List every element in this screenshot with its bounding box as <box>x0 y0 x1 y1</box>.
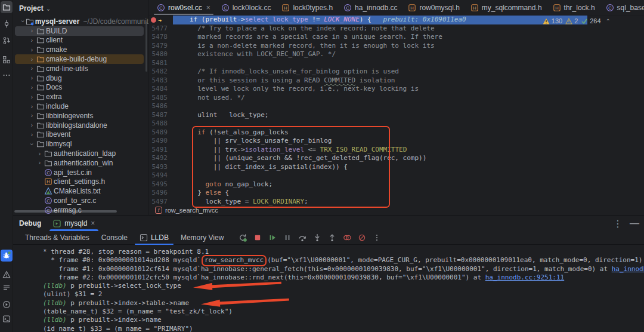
gutter[interactable]: 5478 <box>149 33 173 42</box>
gutter[interactable]: 5491 <box>149 146 173 155</box>
chevron-right-icon[interactable]: › <box>28 103 36 110</box>
more-vertical-icon[interactable] <box>372 233 382 242</box>
breadcrumb-function[interactable]: row_search_mvcc <box>165 207 218 214</box>
chevron-right-icon[interactable]: › <box>28 56 36 63</box>
tree-item-client_settings.h[interactable]: Hclient_settings.h <box>13 177 148 187</box>
gutter[interactable]: 5483 <box>149 76 173 85</box>
debug-tab-memory-view[interactable]: Memory View <box>175 231 230 244</box>
tab-row0sel.cc[interactable]: Crow0sel.cc× <box>151 0 216 15</box>
gutter[interactable]: 5488 <box>149 119 173 128</box>
debug-tab-lldb[interactable]: LLDB <box>134 231 175 244</box>
tree-item-authentication_ldap[interactable]: ›authentication_ldap <box>13 149 148 158</box>
chevron-right-icon[interactable]: › <box>28 84 36 91</box>
tab-row0mysql.h[interactable]: Hrow0mysql.h <box>402 0 465 15</box>
git-branch-icon[interactable] <box>1 35 13 47</box>
project-panel-header[interactable]: Project ⌄ <box>13 0 148 17</box>
tree-item-build[interactable]: ›BUILD <box>13 26 148 36</box>
tree-item-client[interactable]: ›client <box>13 36 148 45</box>
pause-icon[interactable] <box>283 233 292 242</box>
more-vertical-icon[interactable]: ⋮ <box>613 218 623 229</box>
tree-item-libbinlogevents[interactable]: ›libbinlogevents <box>13 111 148 121</box>
tree-item-extra[interactable]: ›extra <box>13 92 148 102</box>
gutter[interactable]: 5493 <box>149 163 173 172</box>
tab-overflow-chevron-down-icon[interactable]: ⌄ <box>634 0 639 16</box>
resume-icon[interactable] <box>268 233 277 242</box>
gutter[interactable]: 5480 <box>149 50 173 59</box>
tree-item-libmysql[interactable]: ›libmysql <box>13 139 148 149</box>
chevron-right-icon[interactable]: › <box>28 112 36 119</box>
todo-icon[interactable] <box>1 281 13 293</box>
gutter[interactable]: 5485 <box>149 94 173 103</box>
gutter[interactable]: 5477 <box>149 24 173 33</box>
chevron-right-icon[interactable]: › <box>28 131 36 138</box>
tree-item-libevent[interactable]: ›libevent <box>13 130 148 140</box>
inspections-widget[interactable]: 130 2 264 ⌃ <box>543 17 611 24</box>
tree-item-include[interactable]: ›include <box>13 102 148 111</box>
gutter[interactable]: 5496 <box>149 189 173 198</box>
chevron-right-icon[interactable]: › <box>28 47 36 53</box>
project-folder-icon[interactable] <box>1 1 13 13</box>
commit-icon[interactable] <box>1 18 13 30</box>
close-icon[interactable]: × <box>91 219 95 228</box>
tree-item-dbug[interactable]: ›dbug <box>13 73 148 83</box>
gutter[interactable]: 5490 <box>149 137 173 146</box>
gutter[interactable]: 5497 <box>149 198 173 207</box>
tree-item-conf_to_src.c[interactable]: Cconf_to_src.c <box>13 196 148 205</box>
tree-item-authentication_win[interactable]: ›authentication_win <box>13 158 148 168</box>
chevron-right-icon[interactable]: › <box>28 122 36 128</box>
gutter[interactable]: 5481 <box>149 59 173 68</box>
project-vertical-scrollbar[interactable] <box>145 21 147 72</box>
gutter[interactable]: ➜ <box>149 16 173 24</box>
gutter[interactable]: 5495 <box>149 180 173 189</box>
mute-breakpoints-icon[interactable] <box>357 233 367 242</box>
chevron-right-icon[interactable]: › <box>28 75 36 81</box>
tab-lock0types.h[interactable]: Hlock0types.h <box>276 0 338 15</box>
gutter[interactable]: 5494 <box>149 171 173 180</box>
close-icon[interactable]: × <box>206 4 210 12</box>
gutter[interactable]: 5486 <box>149 102 173 111</box>
run-icon[interactable] <box>1 299 13 311</box>
chevron-down-icon[interactable]: › <box>29 140 35 148</box>
tab-my_sqlcommand.h[interactable]: Hmy_sqlcommand.h <box>465 0 547 15</box>
step-out-icon[interactable] <box>327 233 337 242</box>
debug-tab-console[interactable]: Console <box>95 231 134 244</box>
debugger-icon[interactable] <box>1 250 13 262</box>
gutter[interactable]: 5484 <box>149 85 173 94</box>
tree-item-cmd-line-utils[interactable]: ›cmd-line-utils <box>13 64 148 73</box>
tree-root-row[interactable]: ›mysql-server~/JD/code/community/mysql/m <box>13 17 148 26</box>
problems-icon[interactable] <box>1 269 13 281</box>
stop-icon[interactable] <box>253 233 262 242</box>
debug-session-tab[interactable]: mysqld × <box>48 216 100 231</box>
rerun-icon[interactable] <box>238 233 247 242</box>
gutter[interactable]: 5487 <box>149 111 173 120</box>
source-link[interactable]: ha_innodb.cc:9251:11 <box>485 273 564 282</box>
source-link[interactable]: ha_innodb.cc:9026:9 <box>612 265 644 273</box>
tab-thr_lock.h[interactable]: Hthr_lock.h <box>547 0 600 15</box>
more-icon[interactable] <box>1 69 13 81</box>
terminal-icon[interactable] <box>1 313 13 325</box>
step-into-icon[interactable] <box>312 233 322 242</box>
chevron-right-icon[interactable]: › <box>36 150 44 157</box>
lldb-console[interactable]: * thread #28, stop reason = breakpoint 8… <box>13 245 644 332</box>
debug-tab-threads-variables[interactable]: Threads & Variables <box>19 231 95 244</box>
tree-item-cmake[interactable]: ›cmake <box>13 45 148 54</box>
breakpoint-icon[interactable] <box>151 17 156 23</box>
chevron-up-icon[interactable]: ⌃ <box>606 18 611 24</box>
tab-lock0lock.cc[interactable]: Clock0lock.cc <box>216 0 277 15</box>
tree-item-libbinlogstandalone[interactable]: ›libbinlogstandalone <box>13 121 148 130</box>
gutter[interactable]: 5482 <box>149 67 173 76</box>
tree-item-cmake-build-debug[interactable]: ›cmake-build-debug <box>13 54 148 64</box>
chevron-right-icon[interactable]: › <box>28 94 36 100</box>
structure-icon[interactable] <box>1 54 13 66</box>
gutter[interactable]: 5489 <box>149 128 173 137</box>
tree-item-docs[interactable]: ›Docs <box>13 83 148 93</box>
code-editor[interactable]: ➜if (prebuilt->select_lock_type != LOCK_… <box>149 16 644 205</box>
view-breakpoints-icon[interactable] <box>342 233 352 242</box>
gutter[interactable]: 5492 <box>149 154 173 163</box>
gutter[interactable]: 5479 <box>149 42 173 51</box>
tree-item-cmakelists.txt[interactable]: CMakeLists.txt <box>13 186 148 196</box>
chevron-right-icon[interactable]: › <box>28 37 36 44</box>
chevron-right-icon[interactable]: › <box>28 65 36 72</box>
tab-ha_innodb.cc[interactable]: Cha_innodb.cc <box>338 0 402 15</box>
chevron-right-icon[interactable]: › <box>36 159 44 166</box>
